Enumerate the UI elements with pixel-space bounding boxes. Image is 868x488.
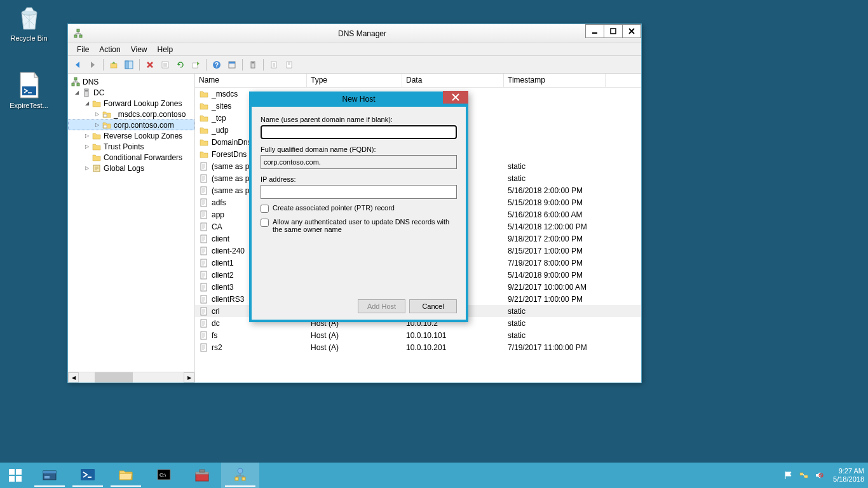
record-icon [199, 258, 209, 268]
forward-button[interactable] [86, 58, 100, 72]
zone-icon [102, 109, 112, 119]
list-row[interactable]: rs2Host (A)10.0.10.2017/19/2017 11:00:00… [195, 341, 641, 353]
filter-button[interactable] [282, 58, 296, 72]
start-button[interactable] [0, 463, 31, 488]
tray-flag-icon[interactable] [782, 469, 795, 482]
tree-label: Trust Points [104, 142, 144, 151]
tree-node-msdcs[interactable]: ▷ _msdcs.corp.contoso [68, 109, 194, 119]
help-button[interactable]: ? [210, 58, 224, 72]
column-timestamp[interactable]: Timestamp [504, 74, 606, 87]
svg-point-59 [238, 468, 243, 473]
tree-toggle[interactable]: ▷ [83, 165, 90, 172]
taskbar: C:\ 9:27 AM 5/18/2018 [0, 463, 868, 488]
svg-rect-18 [252, 64, 254, 64]
auth-checkbox[interactable] [261, 219, 269, 227]
server-button[interactable] [246, 58, 260, 72]
tree-horizontal-scrollbar[interactable]: ◀ ▶ [68, 372, 194, 383]
ip-input[interactable] [261, 185, 457, 199]
taskbar-explorer[interactable] [107, 463, 145, 488]
desktop-icon-script[interactable]: ExpireTest... [5, 70, 53, 109]
show-hide-button[interactable] [122, 58, 136, 72]
tree-node-flz[interactable]: ◢ Forward Lookup Zones [68, 98, 194, 109]
tree-toggle[interactable]: ▷ [83, 143, 90, 150]
tree-toggle[interactable]: ▷ [83, 132, 90, 139]
tray-time: 9:27 AM [833, 467, 864, 475]
cell-type: Host (A) [307, 342, 402, 353]
dialog-close-button[interactable] [443, 91, 468, 104]
list-row[interactable]: fsHost (A)10.0.10.101static [195, 329, 641, 341]
cell-timestamp: 9/21/2017 10:00:00 AM [504, 282, 631, 292]
taskbar-powershell[interactable] [69, 463, 107, 488]
tree-node-cf[interactable]: ▷ Conditional Forwarders [68, 152, 194, 163]
record-icon [199, 210, 209, 220]
close-button[interactable] [622, 24, 641, 38]
column-data[interactable]: Data [402, 74, 504, 87]
cell-name: client2 [212, 271, 234, 280]
tree-node-rlz[interactable]: ▷ Reverse Lookup Zones [68, 130, 194, 141]
tree-toggle[interactable]: ◢ [83, 100, 90, 107]
taskbar-tools[interactable] [183, 463, 221, 488]
svg-rect-34 [201, 211, 207, 219]
tree-node-corp[interactable]: ▷ corp.contoso.com [68, 119, 194, 130]
dialog-titlebar[interactable]: New Host [249, 92, 468, 107]
svg-rect-3 [74, 35, 77, 37]
cell-timestamp: 5/14/2018 9:00:00 PM [504, 270, 631, 280]
svg-text:?: ? [215, 62, 219, 69]
ptr-label[interactable]: Create associated pointer (PTR) record [273, 204, 395, 212]
taskbar-cmd[interactable]: C:\ [145, 463, 183, 488]
tree-root-dns[interactable]: DNS [68, 76, 194, 87]
refresh-icon-button[interactable] [173, 58, 187, 72]
column-type[interactable]: Type [307, 74, 402, 87]
desktop-icon-recycle-bin[interactable]: Recycle Bin [5, 3, 53, 42]
svg-rect-20 [287, 62, 292, 68]
tree-toggle[interactable]: ▷ [93, 111, 100, 118]
svg-rect-42 [201, 308, 207, 315]
taskbar-clock[interactable]: 9:27 AM 5/18/2018 [833, 467, 864, 484]
svg-text:C:\: C:\ [159, 472, 166, 478]
cell-timestamp: static [504, 173, 631, 184]
menu-action[interactable]: Action [94, 44, 125, 55]
tree-node-gl[interactable]: ▷ Global Logs [68, 163, 194, 173]
record-icon [199, 294, 209, 304]
tree-label: Global Logs [104, 164, 144, 173]
tree-toggle[interactable]: ◢ [73, 89, 80, 96]
tree-toggle[interactable]: ▷ [93, 121, 100, 128]
name-input[interactable] [261, 125, 457, 139]
menu-file[interactable]: File [72, 44, 94, 55]
tree-node-dc[interactable]: ◢ DC [68, 87, 194, 98]
cell-timestamp [504, 142, 631, 143]
cell-timestamp: 7/19/2017 8:00:00 PM [504, 258, 631, 268]
scroll-left-button[interactable]: ◀ [68, 372, 79, 383]
properties-button[interactable] [225, 58, 239, 72]
auth-label[interactable]: Allow any authenticated user to update D… [273, 218, 457, 233]
cancel-button[interactable]: Cancel [409, 299, 457, 313]
maximize-button[interactable] [604, 24, 623, 38]
zone-icon [102, 120, 112, 130]
taskbar-server-manager[interactable] [31, 463, 69, 488]
cell-timestamp [504, 118, 631, 119]
back-button[interactable] [71, 58, 85, 72]
minimize-button[interactable] [585, 24, 604, 38]
export-button[interactable] [189, 58, 203, 72]
up-button[interactable] [107, 58, 121, 72]
cell-timestamp: static [504, 330, 631, 341]
menu-help[interactable]: Help [153, 44, 179, 55]
delete-button[interactable] [143, 58, 157, 72]
window-titlebar[interactable]: DNS Manager [68, 24, 641, 43]
scroll-right-button[interactable]: ▶ [184, 372, 194, 383]
column-name[interactable]: Name [195, 74, 307, 87]
ptr-checkbox[interactable] [261, 205, 269, 213]
svg-rect-60 [235, 477, 238, 480]
tray-network-icon[interactable] [797, 469, 810, 482]
system-tray: 9:27 AM 5/18/2018 [782, 463, 868, 488]
add-host-button: Add Host [358, 299, 405, 313]
tree-node-tp[interactable]: ▷ Trust Points [68, 141, 194, 152]
refresh-button[interactable] [158, 58, 172, 72]
new-button[interactable] [267, 58, 281, 72]
tray-sound-icon[interactable] [813, 469, 825, 482]
record-icon [199, 330, 209, 341]
scroll-thumb[interactable] [95, 372, 133, 383]
menu-view[interactable]: View [126, 44, 153, 55]
tree-pane[interactable]: DNS ◢ DC ◢ Forward Lookup Zones ▷ [68, 74, 195, 383]
taskbar-dns-manager[interactable] [221, 463, 259, 488]
